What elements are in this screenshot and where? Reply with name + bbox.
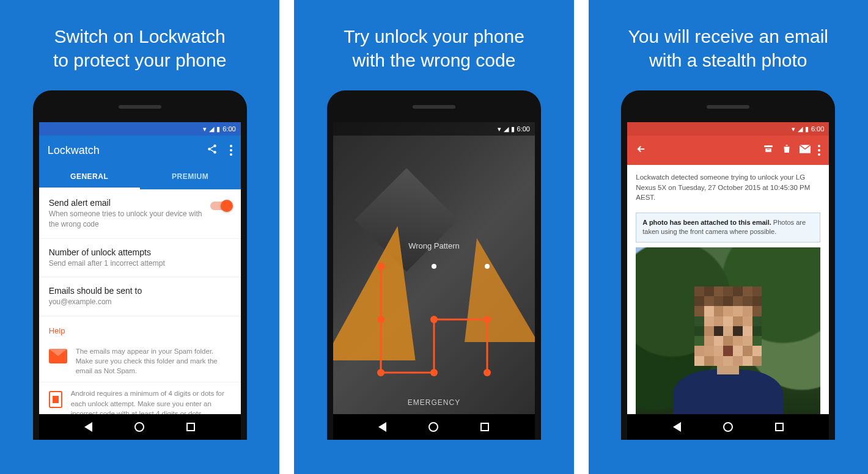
promo-panel-2: Try unlock your phone with the wrong cod…	[294, 0, 573, 474]
wrong-pattern-label: Wrong Pattern	[333, 241, 535, 250]
mail-icon[interactable]	[800, 145, 811, 156]
help-section-label: Help	[39, 316, 241, 340]
gmail-app-bar	[627, 136, 829, 165]
nav-recent-icon[interactable]	[775, 423, 784, 431]
trash-icon[interactable]	[781, 144, 792, 157]
panel-title: Switch on Lockwatch to protect your phon…	[41, 24, 239, 90]
nav-home-icon[interactable]	[428, 422, 438, 432]
setting-sub: you@example.com	[49, 297, 231, 307]
setting-title: Number of unlock attempts	[49, 247, 231, 257]
promo-panel-3: You will receive an email with a stealth…	[589, 0, 868, 474]
signal-icon: ◢	[504, 125, 509, 133]
battery-icon: ▮	[216, 125, 220, 133]
more-icon[interactable]	[818, 145, 820, 156]
tab-general[interactable]: GENERAL	[39, 165, 140, 189]
android-navbar	[627, 414, 829, 440]
emergency-button[interactable]: EMERGENCY	[333, 398, 535, 407]
nav-back-icon[interactable]	[84, 422, 92, 432]
nav-back-icon[interactable]	[378, 422, 386, 432]
app-title: Lockwatch	[48, 144, 207, 157]
status-bar: ▾ ◢ ▮ 6:00	[627, 122, 829, 136]
setting-attempts[interactable]: Number of unlock attempts Send email aft…	[39, 239, 241, 278]
setting-sub: When someone tries to unlock your device…	[49, 209, 210, 230]
wifi-icon: ▾	[792, 125, 795, 133]
photo-notice-card: A photo has been attached to this email.…	[636, 213, 820, 242]
android-navbar	[39, 414, 241, 440]
settings-list: Send alert email When someone tries to u…	[39, 189, 241, 425]
nav-recent-icon[interactable]	[186, 423, 195, 431]
setting-send-alert[interactable]: Send alert email When someone tries to u…	[39, 189, 241, 239]
tab-premium[interactable]: PREMIUM	[140, 165, 241, 189]
phone-frame: ▾ ◢ ▮ 6:00 Lock	[621, 90, 835, 440]
nav-back-icon[interactable]	[673, 422, 681, 432]
android-navbar	[333, 414, 535, 440]
setting-sub: Send email after 1 incorrect attempt	[49, 258, 231, 269]
signal-icon: ◢	[209, 125, 214, 133]
nav-recent-icon[interactable]	[480, 423, 489, 431]
archive-icon[interactable]	[763, 144, 774, 157]
phone-screen: ▾ ◢ ▮ 6:00 Wrong Pattern	[333, 122, 535, 440]
envelope-icon	[49, 349, 67, 363]
photo-notice-bold: A photo has been attached to this email.	[642, 219, 771, 226]
svg-point-1	[208, 148, 211, 151]
phone-speaker	[119, 105, 161, 109]
toggle-switch[interactable]	[210, 202, 231, 210]
signal-icon: ◢	[798, 125, 803, 133]
phone-frame: ▾ ◢ ▮ 6:00 Lockwatch GENERAL PREMIUM	[33, 90, 247, 440]
status-time: 6:00	[811, 125, 824, 133]
phone-screen: ▾ ◢ ▮ 6:00 Lockwatch GENERAL PREMIUM	[39, 122, 241, 440]
promo-panel-1: Switch on Lockwatch to protect your phon…	[0, 0, 279, 474]
phone-screen: ▾ ◢ ▮ 6:00 Lock	[627, 122, 829, 440]
nav-home-icon[interactable]	[723, 422, 733, 432]
stealth-photo[interactable]	[636, 247, 820, 418]
help-item: The emails may appear in your Spam folde…	[39, 340, 241, 382]
setting-title: Emails should be sent to	[49, 286, 231, 296]
svg-rect-3	[765, 145, 773, 147]
battery-icon: ▮	[511, 125, 515, 133]
lockscreen-bg: ▾ ◢ ▮ 6:00 Wrong Pattern	[333, 122, 535, 440]
phone-frame: ▾ ◢ ▮ 6:00 Wrong Pattern	[327, 90, 541, 440]
panel-title: Try unlock your phone with the wrong cod…	[331, 24, 537, 90]
setting-title: Send alert email	[49, 198, 210, 208]
help-text: The emails may appear in your Spam folde…	[76, 346, 231, 376]
svg-point-0	[213, 145, 216, 148]
status-bar: ▾ ◢ ▮ 6:00	[39, 122, 241, 136]
device-icon	[49, 391, 62, 408]
phone-speaker	[413, 105, 455, 109]
svg-point-2	[213, 151, 216, 154]
more-icon[interactable]	[230, 145, 232, 156]
share-icon[interactable]	[207, 144, 218, 157]
email-body-text: Lockwatch detected someone trying to unl…	[627, 165, 829, 210]
battery-icon: ▮	[805, 125, 809, 133]
status-time: 6:00	[517, 125, 530, 133]
app-bar: Lockwatch	[39, 136, 241, 165]
setting-emails[interactable]: Emails should be sent to you@example.com	[39, 277, 241, 316]
wifi-icon: ▾	[498, 125, 501, 133]
pattern-grid[interactable]	[376, 261, 492, 377]
panel-title: You will receive an email with a stealth…	[616, 24, 840, 90]
status-bar: ▾ ◢ ▮ 6:00	[333, 122, 535, 136]
tab-bar: GENERAL PREMIUM	[39, 165, 241, 189]
status-time: 6:00	[223, 125, 235, 133]
phone-speaker	[707, 105, 749, 109]
back-icon[interactable]	[636, 144, 647, 157]
wifi-icon: ▾	[203, 125, 207, 133]
nav-home-icon[interactable]	[134, 422, 144, 432]
